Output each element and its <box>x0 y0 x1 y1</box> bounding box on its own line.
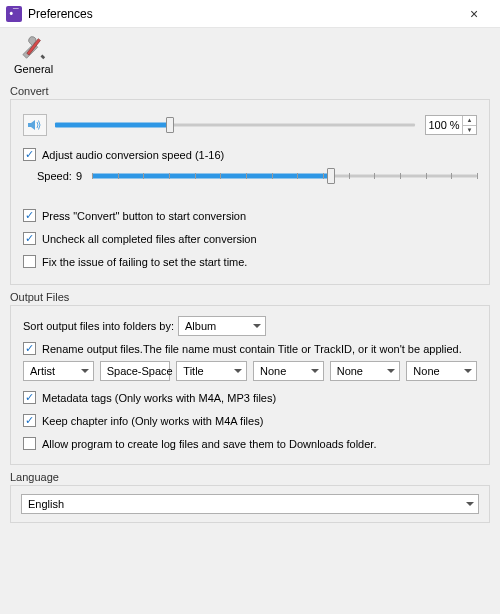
section-convert: Convert 100 % ▲ <box>10 85 490 285</box>
volume-spinner-down[interactable]: ▼ <box>463 126 476 135</box>
filename-part-2[interactable]: Space-Space <box>100 361 171 381</box>
language-select[interactable]: English <box>21 494 479 514</box>
tab-general-label: General <box>14 63 53 75</box>
rename-label: Rename output files.The file name must c… <box>42 343 462 355</box>
speed-slider[interactable] <box>92 167 477 185</box>
filename-part-5[interactable]: None <box>330 361 401 381</box>
section-output: Output Files Sort output files into fold… <box>10 291 490 465</box>
uncheck-completed-checkbox[interactable] <box>23 232 36 245</box>
chevron-down-icon <box>253 324 261 328</box>
filename-part-1[interactable]: Artist <box>23 361 94 381</box>
metadata-checkbox[interactable] <box>23 391 36 404</box>
volume-value: 100 % <box>426 119 462 131</box>
chapter-label: Keep chapter info (Only works with M4A f… <box>42 415 263 427</box>
press-convert-label: Press "Convert" button to start conversi… <box>42 210 246 222</box>
volume-spinner[interactable]: 100 % ▲ ▼ <box>425 115 477 135</box>
filename-part-6[interactable]: None <box>406 361 477 381</box>
app-icon: •¯ <box>6 6 22 22</box>
section-language-header: Language <box>10 471 490 485</box>
section-output-header: Output Files <box>10 291 490 305</box>
svg-marker-1 <box>40 55 45 60</box>
fix-start-time-checkbox[interactable] <box>23 255 36 268</box>
filename-part-3[interactable]: Title <box>176 361 247 381</box>
log-checkbox[interactable] <box>23 437 36 450</box>
section-convert-header: Convert <box>10 85 490 99</box>
sort-select-value: Album <box>185 320 247 332</box>
tab-general[interactable]: General <box>10 34 57 79</box>
svg-marker-2 <box>28 120 35 130</box>
chevron-down-icon <box>311 369 319 373</box>
metadata-label: Metadata tags (Only works with M4A, MP3 … <box>42 392 276 404</box>
sort-label: Sort output files into folders by: <box>23 320 174 332</box>
press-convert-checkbox[interactable] <box>23 209 36 222</box>
chevron-down-icon <box>81 369 89 373</box>
adjust-speed-checkbox[interactable] <box>23 148 36 161</box>
rename-checkbox[interactable] <box>23 342 36 355</box>
window-title: Preferences <box>28 7 454 21</box>
chevron-down-icon <box>464 369 472 373</box>
titlebar: •¯ Preferences × <box>0 0 500 28</box>
tools-icon <box>19 36 49 62</box>
volume-icon <box>27 118 43 132</box>
volume-slider[interactable] <box>55 116 415 134</box>
speed-value: 9 <box>76 170 82 182</box>
log-label: Allow program to create log files and sa… <box>42 438 376 450</box>
section-language: Language English <box>10 471 490 523</box>
chevron-down-icon <box>234 369 242 373</box>
volume-spinner-up[interactable]: ▲ <box>463 116 476 126</box>
volume-icon-button[interactable] <box>23 114 47 136</box>
fix-start-time-label: Fix the issue of failing to set the star… <box>42 256 247 268</box>
filename-part-4[interactable]: None <box>253 361 324 381</box>
language-value: English <box>28 498 460 510</box>
close-button[interactable]: × <box>454 0 494 28</box>
speed-label: Speed: <box>37 170 72 182</box>
sort-select[interactable]: Album <box>178 316 266 336</box>
uncheck-completed-label: Uncheck all completed files after conver… <box>42 233 257 245</box>
adjust-speed-label: Adjust audio conversion speed (1-16) <box>42 149 224 161</box>
filename-parts-row: Artist Space-Space Title None None None <box>23 361 477 381</box>
chapter-checkbox[interactable] <box>23 414 36 427</box>
chevron-down-icon <box>466 502 474 506</box>
chevron-down-icon <box>387 369 395 373</box>
